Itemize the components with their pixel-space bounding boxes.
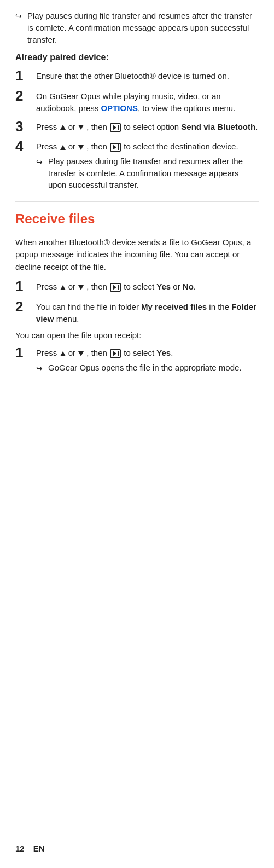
step-3-text-a: Press — [36, 122, 60, 131]
receive-step-1: 1 Press or , then to select Yes or No. — [15, 279, 259, 294]
step-1-content: Ensure that the other Bluetooth® device … — [36, 68, 259, 82]
already-paired-title: Already paired device: — [15, 51, 259, 63]
r-step1-yes: Yes — [156, 282, 171, 291]
footer: 12 EN — [15, 843, 45, 855]
r-step2-text-c: menu. — [54, 314, 79, 323]
down-arrow-icon — [78, 125, 84, 130]
receive-step-2: 2 You can find the file in folder My rec… — [15, 299, 259, 325]
up-arrow-icon-4 — [60, 351, 66, 356]
open-step-1: 1 Press or , then to select Yes. ↪ GoGea… — [15, 345, 259, 374]
open-step-1-number: 1 — [15, 345, 32, 361]
up-arrow-icon-3 — [60, 285, 66, 290]
receive-step-1-number: 1 — [15, 279, 32, 294]
o-step1-text-b: , then — [84, 348, 109, 357]
step-2: 2 On GoGear Opus while playing music, vi… — [15, 88, 259, 114]
top-bullet-item: ↪ Play pauses during file transfer and r… — [15, 10, 259, 45]
open-text: You can open the file upon receipt: — [15, 329, 259, 342]
step-1: 1 Ensure that the other Bluetooth® devic… — [15, 68, 259, 84]
open-bullet-text: GoGear Opus opens the file in the approp… — [48, 362, 259, 374]
r-step1-or2: or — [171, 282, 183, 291]
up-arrow-icon-2 — [60, 145, 66, 150]
o-step1-text-c: to select — [121, 348, 156, 357]
footer-page-number: 12 — [15, 843, 25, 855]
section-divider — [15, 201, 259, 202]
step-3-bold: Send via Bluetooth — [181, 122, 255, 131]
step-3-or: or — [68, 122, 75, 131]
down-arrow-icon-2 — [78, 145, 84, 150]
step-3-number: 3 — [15, 119, 32, 135]
o-step1-or: or — [68, 348, 75, 357]
down-arrow-icon-3 — [78, 285, 84, 290]
receive-step-2-content: You can find the file in folder My recei… — [36, 299, 259, 325]
step-1-number: 1 — [15, 68, 32, 84]
r-step1-no: No — [183, 282, 194, 291]
step-3: 3 Press or , then to select option Send … — [15, 119, 259, 135]
step-2-content: On GoGear Opus while playing music, vide… — [36, 88, 259, 114]
step-4-text-a: Press — [36, 142, 60, 151]
step-3-content: Press or , then to select option Send vi… — [36, 119, 259, 133]
play-pause-icon-4 — [110, 349, 121, 358]
play-pause-icon-2 — [110, 143, 121, 152]
down-arrow-icon-4 — [78, 351, 84, 356]
r-step2-text-a: You can find the file in folder — [36, 302, 141, 311]
step-4-bullet-text: Play pauses during file transfer and res… — [48, 155, 259, 191]
o-step1-yes: Yes — [156, 348, 171, 357]
r-step1-or: or — [68, 282, 75, 291]
r-step1-text-d: . — [194, 282, 196, 291]
step-2-number: 2 — [15, 88, 32, 104]
step-2-options: OPTIONS — [101, 103, 138, 113]
r-step1-text-c: to select — [121, 282, 156, 291]
section-title: Receive files — [15, 210, 259, 229]
step-4-text-b: , then — [84, 142, 109, 151]
step-2-text-b: , to view the options menu. — [138, 103, 235, 113]
r-step1-text-b: , then — [84, 282, 109, 291]
step-4-text-c: to select the destination device. — [121, 142, 238, 151]
step-4-or: or — [68, 142, 75, 151]
o-step1-text-a: Press — [36, 348, 60, 357]
play-pause-icon — [110, 123, 121, 132]
receive-step-2-number: 2 — [15, 299, 32, 315]
receive-step-1-content: Press or , then to select Yes or No. — [36, 279, 259, 293]
step-1-text: Ensure that the other Bluetooth® device … — [36, 71, 229, 80]
open-step-1-content: Press or , then to select Yes. ↪ GoGear … — [36, 345, 259, 374]
top-bullet-text: Play pauses during file transfer and res… — [27, 10, 259, 45]
step-4: 4 Press or , then to select the destinat… — [15, 138, 259, 191]
footer-language: EN — [33, 843, 45, 855]
up-arrow-icon — [60, 125, 66, 130]
step-3-text-d: . — [255, 122, 258, 131]
step-4-content: Press or , then to select the destinatio… — [36, 138, 259, 191]
r-step2-text-b: in the — [207, 302, 231, 311]
open-step-1-bullet: ↪ GoGear Opus opens the file in the appr… — [36, 362, 259, 374]
sub-arrow-icon: ↪ — [36, 157, 43, 167]
sub-arrow-icon-2: ↪ — [36, 363, 43, 374]
step-4-number: 4 — [15, 138, 32, 154]
play-pause-icon-3 — [110, 283, 121, 292]
o-step1-text-d: . — [171, 348, 173, 357]
arrow-icon: ↪ — [15, 10, 22, 21]
step-3-text-c: to select option — [121, 122, 181, 131]
step-4-bullet: ↪ Play pauses during file transfer and r… — [36, 155, 259, 191]
r-step1-text-a: Press — [36, 282, 60, 291]
r-step2-bold1: My received files — [141, 302, 207, 311]
intro-text: When another Bluetooth® device sends a f… — [15, 236, 259, 274]
step-3-text-b: , then — [84, 122, 109, 131]
